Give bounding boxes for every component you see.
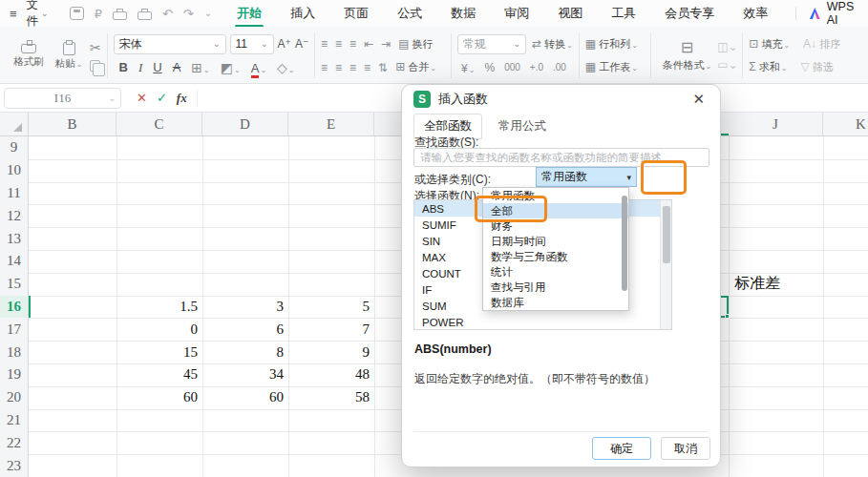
print-preview-icon[interactable]	[138, 11, 152, 20]
borders-button[interactable]: ⊞⌄	[191, 59, 209, 76]
tab-工具[interactable]: 工具	[609, 0, 638, 27]
justify-icon[interactable]: ≡	[364, 61, 370, 74]
cancel-button[interactable]: 取消	[661, 437, 710, 460]
tab-开始[interactable]: 开始	[235, 0, 264, 27]
undo-icon[interactable]: ↶	[162, 8, 173, 20]
dropdown-item-数据库[interactable]: 数据库	[483, 295, 628, 310]
function-list-scrollbar[interactable]	[660, 200, 672, 329]
align-center-icon[interactable]: ≡	[335, 61, 341, 74]
tab-插入[interactable]: 插入	[288, 0, 317, 27]
worksheet-button[interactable]: ▦ 工作表⌄	[585, 60, 638, 74]
cell-D20[interactable]: 60	[202, 386, 288, 409]
formula-cancel-icon[interactable]: ✕	[137, 91, 147, 105]
eraser-button[interactable]: ◇⌄	[277, 59, 294, 76]
dropdown-item-全部[interactable]: 全部	[483, 203, 628, 218]
align-middle-icon[interactable]: ≡	[335, 37, 341, 51]
row-header-16[interactable]: 16	[0, 296, 28, 319]
increase-decimal-button[interactable]: +.0	[530, 62, 543, 73]
font-color-button[interactable]: A⌄	[251, 59, 266, 76]
table-style-icon[interactable]: ◫⌄	[717, 41, 737, 52]
align-right-icon[interactable]: ≡	[349, 61, 355, 74]
dropdown-item-数学与三角函数[interactable]: 数学与三角函数	[483, 249, 628, 264]
row-header-10[interactable]: 10	[0, 159, 28, 182]
tab-公式[interactable]: 公式	[395, 0, 424, 27]
thousands-separator-button[interactable]: 000	[504, 62, 520, 73]
row-header-12[interactable]: 12	[0, 204, 28, 227]
dropdown-item-统计[interactable]: 统计	[483, 264, 628, 280]
convert-button[interactable]: ⇄ 转换⌄	[532, 37, 573, 52]
row-header-15[interactable]: 15	[0, 273, 28, 296]
cell-D18[interactable]: 8	[202, 341, 288, 363]
row-header-9[interactable]: 9	[0, 136, 28, 159]
close-icon[interactable]: ✕	[688, 89, 709, 110]
cell-E19[interactable]: 48	[288, 363, 374, 386]
cell-style-icon[interactable]: ▭⌄	[717, 59, 737, 71]
dropdown-scrollbar[interactable]	[622, 190, 627, 308]
shrink-font-button[interactable]: A⁻	[295, 38, 308, 50]
wps-ai-label[interactable]: WPS AI	[827, 0, 858, 27]
tab-效率[interactable]: 效率	[741, 0, 770, 27]
decrease-decimal-button[interactable]: .00	[553, 62, 566, 73]
merge-cells-button[interactable]: ⊞ 合并⌄	[395, 60, 436, 74]
row-header-19[interactable]: 19	[0, 363, 28, 386]
strikethrough-button[interactable]: A	[173, 60, 181, 74]
dialog-title-bar[interactable]: S 插入函数 ✕	[402, 85, 720, 114]
font-name-select[interactable]: 宋体⌄	[114, 34, 226, 54]
cell-E17[interactable]: 7	[288, 318, 374, 341]
category-select[interactable]: 常用函数 ▾	[536, 167, 637, 187]
rows-columns-button[interactable]: ▦ 行和列⌄	[585, 37, 638, 52]
function-item-POWER[interactable]: POWER	[414, 314, 671, 330]
orientation-icon[interactable]: ⇅	[378, 61, 387, 74]
select-all-button[interactable]	[0, 113, 29, 136]
name-box[interactable]: I16 ⌄	[4, 88, 121, 109]
scrollbar-thumb[interactable]	[622, 196, 627, 291]
dropdown-item-查找与引用[interactable]: 查找与引用	[483, 280, 628, 295]
column-header-E[interactable]: E	[288, 113, 374, 135]
wrap-text-button[interactable]: ▤ 换行	[398, 37, 433, 52]
align-bottom-icon[interactable]: ≡	[349, 37, 355, 51]
sort-button[interactable]: A↓ 排序	[803, 37, 840, 52]
tab-数据[interactable]: 数据	[449, 0, 477, 27]
column-header-D[interactable]: D	[202, 113, 288, 135]
row-header-17[interactable]: 17	[0, 318, 28, 341]
column-header-K[interactable]: K	[823, 113, 868, 135]
export-pdf-icon[interactable]: ₽	[95, 8, 102, 20]
align-top-icon[interactable]: ≡	[321, 37, 327, 51]
cell-C17[interactable]: 0	[116, 318, 202, 341]
cell-D17[interactable]: 6	[202, 318, 288, 341]
currency-button[interactable]: ¥⌄	[461, 59, 475, 76]
number-format-select[interactable]: 常规⌄	[457, 34, 526, 54]
conditional-format-button[interactable]: ⊟ 条件格式⌄	[656, 40, 717, 73]
percent-button[interactable]: %	[484, 62, 495, 73]
function-search-input[interactable]	[413, 148, 709, 167]
row-header-11[interactable]: 11	[0, 182, 28, 205]
align-left-icon[interactable]: ≡	[321, 61, 327, 74]
column-header-B[interactable]: B	[29, 113, 116, 135]
dropdown-item-日期与时间[interactable]: 日期与时间	[483, 234, 628, 249]
save-icon[interactable]	[70, 7, 84, 20]
row-header-18[interactable]: 18	[0, 341, 28, 363]
fill-button[interactable]: ⊡ 填充⌄	[749, 37, 790, 52]
fill-color-button[interactable]: ◩⌄	[221, 59, 241, 76]
tab-页面[interactable]: 页面	[342, 0, 370, 27]
paste-button[interactable]: 粘贴⌄	[50, 42, 88, 71]
formula-enter-icon[interactable]: ✓	[157, 91, 167, 105]
cell-D16[interactable]: 3	[202, 296, 288, 319]
row-header-22[interactable]: 22	[0, 431, 28, 454]
column-header-C[interactable]: C	[116, 113, 202, 135]
hamburger-menu-icon[interactable]: ≡	[10, 7, 17, 21]
insert-function-icon[interactable]: fx	[177, 91, 187, 106]
tab-会员专享[interactable]: 会员专享	[663, 0, 716, 27]
underline-button[interactable]: U	[153, 60, 161, 74]
cell-E20[interactable]: 58	[288, 386, 374, 409]
tab-审阅[interactable]: 审阅	[502, 0, 531, 27]
italic-button[interactable]: I	[138, 60, 142, 75]
decrease-indent-icon[interactable]: ⇤	[364, 37, 372, 51]
cell-J15[interactable]: 标准差	[729, 273, 823, 296]
dropdown-item-常用函数[interactable]: 常用函数	[483, 188, 628, 203]
dialog-tab-常用公式[interactable]: 常用公式	[488, 114, 557, 139]
cell-C16[interactable]: 1.5	[116, 296, 202, 319]
ok-button[interactable]: 确定	[592, 437, 651, 460]
grow-font-button[interactable]: A⁺	[278, 38, 291, 50]
scrollbar-thumb[interactable]	[663, 206, 670, 263]
